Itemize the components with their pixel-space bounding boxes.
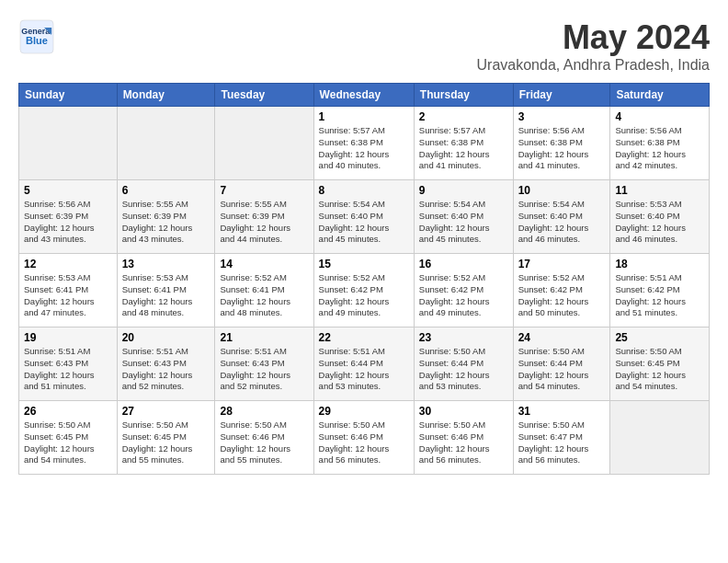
day-info: Sunrise: 5:53 AM Sunset: 6:41 PM Dayligh… (24, 272, 112, 319)
calendar-week-row: 19Sunrise: 5:51 AM Sunset: 6:43 PM Dayli… (19, 327, 710, 401)
calendar-cell: 21Sunrise: 5:51 AM Sunset: 6:43 PM Dayli… (215, 327, 313, 401)
calendar-cell: 12Sunrise: 5:53 AM Sunset: 6:41 PM Dayli… (19, 254, 118, 327)
calendar-cell: 15Sunrise: 5:52 AM Sunset: 6:42 PM Dayli… (313, 254, 414, 327)
calendar-cell: 7Sunrise: 5:55 AM Sunset: 6:39 PM Daylig… (215, 180, 313, 254)
day-number: 29 (319, 405, 409, 418)
calendar-cell: 8Sunrise: 5:54 AM Sunset: 6:40 PM Daylig… (313, 180, 414, 254)
day-number: 7 (220, 184, 308, 197)
calendar-cell: 14Sunrise: 5:52 AM Sunset: 6:41 PM Dayli… (215, 254, 313, 327)
day-number: 23 (419, 331, 508, 344)
day-number: 14 (220, 258, 308, 270)
day-number: 8 (319, 184, 409, 197)
day-info: Sunrise: 5:50 AM Sunset: 6:45 PM Dayligh… (24, 419, 112, 466)
day-info: Sunrise: 5:57 AM Sunset: 6:38 PM Dayligh… (419, 125, 508, 172)
day-number: 1 (319, 110, 409, 123)
day-number: 28 (220, 405, 308, 418)
calendar-cell: 22Sunrise: 5:51 AM Sunset: 6:44 PM Dayli… (313, 327, 414, 401)
day-number: 25 (615, 331, 704, 344)
day-info: Sunrise: 5:50 AM Sunset: 6:45 PM Dayligh… (122, 419, 210, 466)
day-info: Sunrise: 5:52 AM Sunset: 6:42 PM Dayligh… (518, 272, 606, 319)
day-number: 27 (122, 405, 210, 418)
weekday-header-tuesday: Tuesday (215, 84, 313, 107)
weekday-header-friday: Friday (513, 84, 610, 107)
calendar-cell: 30Sunrise: 5:50 AM Sunset: 6:46 PM Dayli… (414, 401, 513, 475)
calendar-cell: 20Sunrise: 5:51 AM Sunset: 6:43 PM Dayli… (117, 327, 215, 401)
calendar-cell: 25Sunrise: 5:50 AM Sunset: 6:45 PM Dayli… (610, 327, 710, 401)
calendar-cell (215, 107, 313, 180)
calendar-week-row: 12Sunrise: 5:53 AM Sunset: 6:41 PM Dayli… (19, 254, 710, 327)
calendar-week-row: 26Sunrise: 5:50 AM Sunset: 6:45 PM Dayli… (19, 401, 710, 475)
day-number: 10 (518, 184, 606, 197)
day-info: Sunrise: 5:51 AM Sunset: 6:43 PM Dayligh… (122, 346, 210, 393)
day-info: Sunrise: 5:51 AM Sunset: 6:43 PM Dayligh… (220, 346, 308, 393)
day-info: Sunrise: 5:52 AM Sunset: 6:41 PM Dayligh… (220, 272, 308, 319)
day-info: Sunrise: 5:50 AM Sunset: 6:46 PM Dayligh… (419, 419, 508, 466)
calendar-cell: 26Sunrise: 5:50 AM Sunset: 6:45 PM Dayli… (19, 401, 118, 475)
day-number: 26 (24, 405, 112, 418)
day-number: 11 (615, 184, 704, 197)
calendar-cell: 28Sunrise: 5:50 AM Sunset: 6:46 PM Dayli… (215, 401, 313, 475)
day-info: Sunrise: 5:51 AM Sunset: 6:42 PM Dayligh… (615, 272, 704, 319)
day-info: Sunrise: 5:54 AM Sunset: 6:40 PM Dayligh… (319, 199, 409, 246)
day-info: Sunrise: 5:50 AM Sunset: 6:44 PM Dayligh… (518, 346, 606, 393)
day-info: Sunrise: 5:52 AM Sunset: 6:42 PM Dayligh… (319, 272, 409, 319)
day-number: 31 (518, 405, 606, 418)
day-number: 19 (24, 331, 112, 344)
calendar-cell: 29Sunrise: 5:50 AM Sunset: 6:46 PM Dayli… (313, 401, 414, 475)
calendar-cell: 31Sunrise: 5:50 AM Sunset: 6:47 PM Dayli… (513, 401, 610, 475)
day-info: Sunrise: 5:55 AM Sunset: 6:39 PM Dayligh… (122, 199, 210, 246)
day-number: 6 (122, 184, 210, 197)
day-info: Sunrise: 5:50 AM Sunset: 6:46 PM Dayligh… (319, 419, 409, 466)
weekday-header-saturday: Saturday (610, 84, 710, 107)
day-info: Sunrise: 5:51 AM Sunset: 6:43 PM Dayligh… (24, 346, 112, 393)
calendar-cell: 1Sunrise: 5:57 AM Sunset: 6:38 PM Daylig… (313, 107, 414, 180)
day-number: 16 (419, 258, 508, 270)
day-number: 24 (518, 331, 606, 344)
calendar-cell: 23Sunrise: 5:50 AM Sunset: 6:44 PM Dayli… (414, 327, 513, 401)
calendar-cell: 11Sunrise: 5:53 AM Sunset: 6:40 PM Dayli… (610, 180, 710, 254)
day-info: Sunrise: 5:54 AM Sunset: 6:40 PM Dayligh… (419, 199, 508, 246)
calendar-week-row: 1Sunrise: 5:57 AM Sunset: 6:38 PM Daylig… (19, 107, 710, 180)
day-info: Sunrise: 5:54 AM Sunset: 6:40 PM Dayligh… (518, 199, 606, 246)
calendar-cell (19, 107, 118, 180)
logo-icon: General Blue (18, 18, 55, 55)
day-number: 5 (24, 184, 112, 197)
day-number: 15 (319, 258, 409, 270)
day-info: Sunrise: 5:56 AM Sunset: 6:38 PM Dayligh… (615, 125, 704, 172)
calendar-cell: 16Sunrise: 5:52 AM Sunset: 6:42 PM Dayli… (414, 254, 513, 327)
day-info: Sunrise: 5:55 AM Sunset: 6:39 PM Dayligh… (220, 199, 308, 246)
month-title: May 2024 (477, 18, 711, 57)
location-title: Uravakonda, Andhra Pradesh, India (477, 57, 711, 74)
calendar-cell: 5Sunrise: 5:56 AM Sunset: 6:39 PM Daylig… (19, 180, 118, 254)
day-info: Sunrise: 5:51 AM Sunset: 6:44 PM Dayligh… (319, 346, 409, 393)
weekday-header-sunday: Sunday (19, 84, 118, 107)
calendar-cell: 3Sunrise: 5:56 AM Sunset: 6:38 PM Daylig… (513, 107, 610, 180)
calendar-cell: 17Sunrise: 5:52 AM Sunset: 6:42 PM Dayli… (513, 254, 610, 327)
weekday-header-wednesday: Wednesday (313, 84, 414, 107)
weekday-header-monday: Monday (117, 84, 215, 107)
calendar-cell: 9Sunrise: 5:54 AM Sunset: 6:40 PM Daylig… (414, 180, 513, 254)
weekday-header-row: SundayMondayTuesdayWednesdayThursdayFrid… (19, 84, 710, 107)
calendar-cell: 6Sunrise: 5:55 AM Sunset: 6:39 PM Daylig… (117, 180, 215, 254)
day-number: 17 (518, 258, 606, 270)
svg-text:Blue: Blue (26, 35, 48, 46)
day-info: Sunrise: 5:52 AM Sunset: 6:42 PM Dayligh… (419, 272, 508, 319)
calendar-cell: 4Sunrise: 5:56 AM Sunset: 6:38 PM Daylig… (610, 107, 710, 180)
day-info: Sunrise: 5:53 AM Sunset: 6:41 PM Dayligh… (122, 272, 210, 319)
calendar-cell (610, 401, 710, 475)
day-info: Sunrise: 5:50 AM Sunset: 6:44 PM Dayligh… (419, 346, 508, 393)
calendar-cell: 2Sunrise: 5:57 AM Sunset: 6:38 PM Daylig… (414, 107, 513, 180)
day-info: Sunrise: 5:50 AM Sunset: 6:45 PM Dayligh… (615, 346, 704, 393)
day-number: 18 (615, 258, 704, 270)
day-number: 4 (615, 110, 704, 123)
day-info: Sunrise: 5:50 AM Sunset: 6:46 PM Dayligh… (220, 419, 308, 466)
calendar-cell: 18Sunrise: 5:51 AM Sunset: 6:42 PM Dayli… (610, 254, 710, 327)
weekday-header-thursday: Thursday (414, 84, 513, 107)
calendar-cell: 27Sunrise: 5:50 AM Sunset: 6:45 PM Dayli… (117, 401, 215, 475)
day-number: 22 (319, 331, 409, 344)
calendar-cell (117, 107, 215, 180)
calendar-cell: 10Sunrise: 5:54 AM Sunset: 6:40 PM Dayli… (513, 180, 610, 254)
day-info: Sunrise: 5:50 AM Sunset: 6:47 PM Dayligh… (518, 419, 606, 466)
header: General Blue May 2024 Uravakonda, Andhra… (18, 18, 710, 74)
day-number: 3 (518, 110, 606, 123)
